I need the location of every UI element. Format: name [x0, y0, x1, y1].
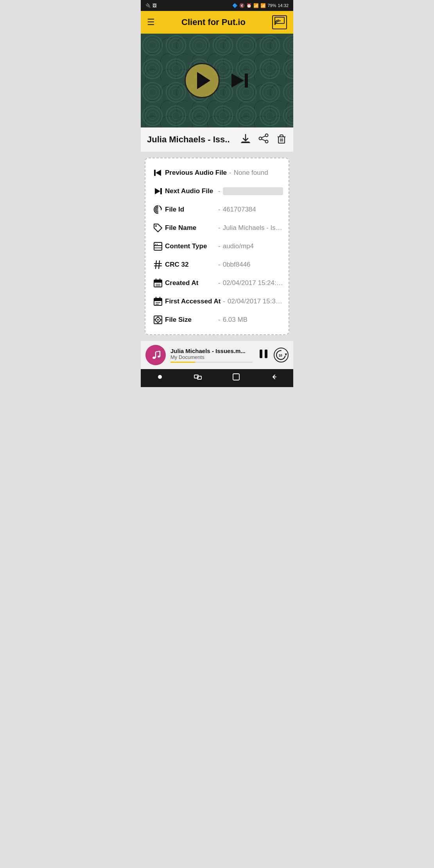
file-size-icon [151, 314, 165, 325]
player-controls [185, 63, 249, 98]
svg-text:10: 10 [278, 353, 282, 357]
svg-point-11 [265, 140, 268, 143]
svg-line-13 [262, 136, 265, 138]
bottom-nav [141, 369, 293, 387]
fingerprint-icon [151, 204, 165, 215]
recent-apps-button[interactable] [194, 373, 202, 384]
svg-line-57 [156, 351, 160, 352]
replay-10-button[interactable]: 10 [274, 348, 289, 362]
created-at-icon [151, 278, 165, 289]
svg-marker-20 [156, 170, 161, 176]
created-at-value: 02/04/2017 15:24:27 [223, 279, 283, 287]
player-area [141, 34, 293, 127]
play-button[interactable] [185, 63, 220, 98]
crc32-label: CRC 32 [165, 261, 216, 269]
svg-rect-25 [154, 242, 162, 250]
prev-audio-label: Previous Audio File [165, 169, 227, 177]
created-at-separator: - [218, 279, 221, 287]
track-actions [240, 133, 287, 146]
prev-audio-icon [151, 167, 165, 178]
progress-bar [170, 362, 253, 363]
info-row-file-size: File Size - 6.03 MB [151, 311, 283, 329]
now-playing-title: Julia Michaels - Issues.m... [170, 348, 249, 354]
info-row-created-at: Created At - 02/04/2017 15:24:27 [151, 274, 283, 292]
play-triangle-icon [197, 72, 210, 89]
next-audio-label: Next Audio File [165, 187, 216, 195]
skip-next-icon [229, 70, 249, 91]
svg-line-14 [262, 139, 265, 141]
battery-text: 79% [267, 3, 276, 8]
home-dot-button[interactable] [156, 373, 164, 384]
file-name-separator: - [218, 224, 221, 232]
first-accessed-value: 02/04/2017 15:30:38 [228, 298, 283, 305]
content-type-icon [151, 241, 165, 252]
skip-next-button[interactable] [229, 70, 249, 91]
file-id-value: 461707384 [223, 206, 283, 213]
menu-icon[interactable]: ☰ [147, 17, 155, 27]
overview-button[interactable] [232, 373, 240, 384]
svg-rect-58 [260, 350, 262, 358]
delete-button[interactable] [276, 133, 287, 146]
svg-point-10 [265, 134, 268, 137]
svg-rect-41 [154, 298, 162, 301]
cast-icon[interactable] [272, 15, 287, 29]
svg-point-62 [158, 375, 162, 379]
prev-audio-value: None found [234, 169, 283, 177]
mute-icon: 🔇 [239, 3, 245, 8]
file-id-label: File Id [165, 206, 216, 213]
file-size-label: File Size [165, 316, 216, 324]
svg-marker-22 [155, 188, 160, 194]
info-row-crc32: CRC 32 - 0bbf8446 [151, 256, 283, 274]
svg-line-30 [156, 261, 156, 269]
svg-rect-59 [265, 350, 267, 358]
image-icon: 🖼 [152, 3, 157, 8]
crc32-separator: - [218, 261, 221, 269]
next-audio-separator: - [218, 187, 221, 195]
status-left-icons: 🔌 🖼 [145, 3, 157, 8]
svg-line-31 [159, 261, 160, 269]
progress-bar-fill [170, 362, 195, 363]
back-button[interactable] [270, 373, 278, 384]
info-row-next-audio: Next Audio File - [151, 182, 283, 201]
svg-rect-9 [241, 142, 250, 143]
info-row-content-type: Content Type - audio/mp4 [151, 237, 283, 256]
crc32-value: 0bbf8446 [223, 261, 283, 269]
svg-rect-21 [154, 170, 156, 176]
svg-rect-35 [154, 280, 162, 283]
first-accessed-label: First Accessed At [165, 298, 221, 305]
file-size-separator: - [218, 316, 221, 324]
info-row-prev-audio: Previous Audio File - None found [151, 164, 283, 182]
voip-icon: 📶 [253, 3, 259, 8]
now-playing-info: Julia Michaels - Issues.m... My Document… [170, 348, 253, 363]
time-display: 14:32 [278, 3, 289, 8]
status-right-icons: 🔷 🔇 ⏰ 📶 📶 79% 14:32 [232, 3, 289, 8]
download-button[interactable] [240, 133, 251, 146]
hash-icon [151, 259, 165, 270]
prev-audio-separator: - [229, 169, 231, 177]
share-button[interactable] [258, 133, 269, 146]
track-title-bar: Julia Michaels - Iss.. [141, 127, 293, 152]
track-name: Julia Michaels - Iss.. [147, 135, 240, 145]
now-playing-music-icon [145, 345, 166, 365]
created-at-label: Created At [165, 279, 216, 287]
info-row-file-id: File Id - 461707384 [151, 201, 283, 219]
pause-button[interactable] [257, 348, 270, 363]
usb-icon: 🔌 [145, 3, 151, 8]
content-type-separator: - [218, 242, 221, 250]
svg-rect-7 [245, 74, 248, 88]
now-playing-bar: Julia Michaels - Issues.m... My Document… [141, 341, 293, 369]
next-audio-value [223, 187, 283, 195]
info-card: Previous Audio File - None found Next Au… [145, 158, 289, 335]
app-header: ☰ Client for Put.io [141, 11, 293, 34]
status-bar: 🔌 🖼 🔷 🔇 ⏰ 📶 📶 79% 14:32 [141, 0, 293, 11]
now-playing-subtitle: My Documents [170, 354, 253, 360]
info-row-first-accessed: First Accessed At - 02/04/2017 15:30:38 [151, 292, 283, 311]
content-type-value: audio/mp4 [223, 242, 283, 250]
wifi-icon: 📶 [260, 3, 266, 8]
file-name-value: Julia Michaels - Issues.. [223, 224, 283, 232]
file-size-value: 6.03 MB [223, 316, 283, 324]
alarm-icon: ⏰ [246, 3, 252, 8]
file-id-separator: - [218, 206, 221, 213]
svg-rect-65 [233, 374, 239, 380]
app-title: Client for Put.io [181, 17, 246, 27]
